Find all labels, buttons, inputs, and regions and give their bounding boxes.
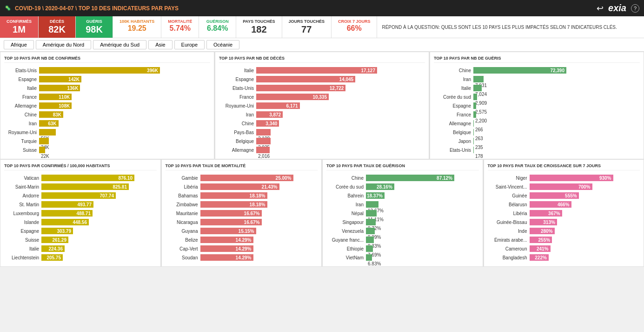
bar-row: Etats-Unis178	[434, 146, 640, 154]
bar-value: 2,016	[258, 154, 270, 159]
back-icon[interactable]: ↩	[597, 3, 604, 14]
mortality-stat: Mortalité 5.74%	[161, 16, 199, 38]
days-stat: Jours touchés 77	[282, 16, 332, 38]
filter-amerique-nord[interactable]: Amérique du Nord	[36, 40, 91, 49]
bar-value: 6.83%	[368, 261, 381, 266]
bar-value: 14.29%	[236, 246, 252, 251]
bar: 555%	[530, 192, 579, 199]
bar: 16.67%	[200, 219, 262, 225]
bar-container: 63K	[39, 120, 210, 127]
bar	[256, 138, 271, 144]
filter-amerique-sud[interactable]: Amérique du Sud	[93, 40, 146, 49]
bar-label: Vatican	[4, 176, 41, 181]
growth-stat: Croix 7 jours 66%	[332, 16, 378, 38]
bar-label: Chine	[326, 176, 366, 181]
bar-value: 224.36	[48, 246, 63, 251]
bar-label: Iran	[434, 77, 473, 82]
bar-container: 14.29%	[200, 254, 318, 261]
bar: 466%	[530, 201, 571, 208]
filter-europe[interactable]: Europe	[174, 40, 205, 49]
bar-value: 488.71	[76, 211, 91, 216]
chart-mortality: Gambie25.00%Libéria21.43%Bahamas18.18%Zi…	[166, 174, 318, 261]
bar-row: Ethiopie7.69%	[326, 245, 479, 252]
growth-value: 66%	[338, 24, 371, 33]
bar-value: 241%	[537, 246, 549, 251]
bar-row: Pays-Bas2,108	[219, 129, 425, 136]
deaths-label: Décès	[45, 19, 69, 24]
bar-row: Suisse22K	[4, 146, 210, 154]
growth-label: Croix 7 jours	[338, 19, 371, 24]
bar-label: Royaume-Uni	[219, 103, 256, 108]
bar-value: 28.16%	[377, 184, 392, 190]
bar-label: Soudan	[166, 255, 200, 260]
bar-row: Luxembourg488.71	[4, 210, 157, 217]
bar-row: Népal11.11%	[326, 210, 479, 217]
bar: 825.81	[41, 183, 129, 190]
bar: 142K	[39, 76, 81, 82]
bar-row: Guyana15.15%	[166, 227, 318, 235]
bar-container: 707.74	[41, 192, 157, 199]
bar-label: Corée du sud	[434, 95, 473, 100]
panel-growth-title: TOP 10 PAYS PAR TAUX DE CROISSANCE SUR 7…	[488, 163, 640, 170]
panel-recovered-title: TOP 10 PAYS PAR NB DE GUÉRIS	[434, 56, 640, 63]
bar-label: Andorre	[4, 193, 41, 198]
bar-container: 261.29	[41, 237, 157, 243]
bar-row: Guinée555%	[488, 192, 640, 199]
bar: 396K	[39, 67, 160, 74]
bar-value: 83K	[53, 112, 61, 117]
filter-asie[interactable]: Asie	[148, 40, 172, 49]
bar-value: 448.56	[73, 220, 87, 225]
bar-label: Guyane franc...	[326, 237, 366, 243]
bar-label: Islande	[4, 220, 41, 225]
bar-row: Islande448.56	[4, 218, 157, 226]
bar-container: 6.83%	[366, 254, 479, 261]
bar-row: Chine3,340	[219, 120, 425, 127]
bar: 241%	[530, 245, 551, 252]
bar-row: Italie17,127	[219, 67, 425, 74]
bar: 255%	[530, 237, 552, 243]
bar-row: Italie224.36	[4, 245, 157, 252]
bar-value: 87.12%	[437, 176, 452, 181]
filter-oceanie[interactable]: Océanie	[206, 40, 239, 49]
bar	[366, 210, 377, 217]
bar-value: 136K	[67, 86, 78, 91]
recovery-label: Guérison	[206, 19, 229, 24]
bar-row: Venezuela9.09%	[326, 227, 479, 235]
bar-value: 63K	[48, 121, 56, 126]
bar-row: Allemagne2,016	[219, 146, 425, 154]
bar-container: 10,335	[256, 94, 425, 100]
bar-label: Zimbabwe	[166, 202, 200, 207]
bar: 205.75	[41, 254, 63, 261]
bar-label: Cameroun	[488, 246, 530, 251]
bar-row: Cap-Vert14.29%	[166, 245, 318, 252]
bar-row: Iran3,872	[219, 111, 425, 118]
bar: 930%	[530, 175, 613, 181]
bar: 21.43%	[200, 183, 279, 190]
bar-container: 18.37%	[366, 192, 479, 199]
bar-container: 72,390	[473, 67, 640, 74]
bar-label: Gambie	[166, 176, 200, 181]
bar-value: 876.10	[118, 176, 133, 181]
bar: 18.18%	[200, 201, 267, 208]
bar-container: 280%	[530, 228, 640, 234]
bar-label: Chine	[4, 112, 39, 117]
bar-label: Niger	[488, 176, 530, 181]
confirmed-label: Confirmés	[7, 19, 32, 24]
panel-guersion-rate-title: TOP 10 PAYS PAR TAUX DE GUÉRISON	[326, 163, 479, 170]
bar-row: France110K	[4, 93, 210, 101]
filter-afrique[interactable]: Afrique	[4, 40, 34, 49]
chart-deaths: Italie17,127Espagne14,045Etats-Unis12,72…	[219, 67, 425, 154]
bar: 108K	[39, 102, 72, 109]
bar-container: 12.67%	[366, 201, 479, 208]
bar-container: 222%	[530, 254, 640, 261]
bar	[366, 245, 373, 252]
bar-label: Nicaragua	[166, 220, 200, 225]
bar	[39, 129, 56, 136]
bar	[256, 129, 271, 136]
bar-row: Espagne2,575	[434, 102, 640, 109]
bar-label: Iran	[326, 202, 366, 207]
bar-value: 16.67%	[244, 211, 260, 216]
bar-row: Chine83K	[4, 111, 210, 118]
help-icon[interactable]: ?	[631, 4, 639, 13]
bar-label: Etats-Unis	[434, 148, 473, 153]
